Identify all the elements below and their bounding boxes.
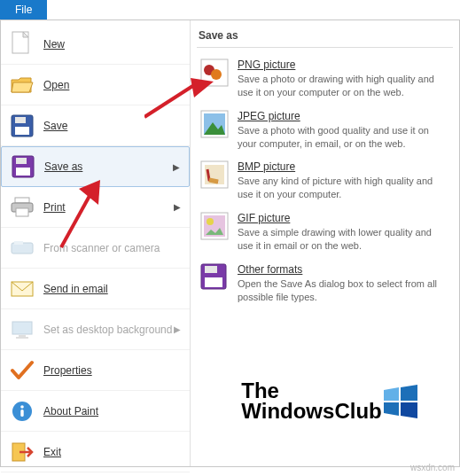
svg-rect-6 xyxy=(16,158,27,164)
floppy-save-as-icon xyxy=(200,263,229,292)
windows-logo-icon xyxy=(384,385,417,418)
scanner-icon xyxy=(10,236,35,261)
svg-point-31 xyxy=(207,218,214,225)
tab-bar: File xyxy=(0,0,460,20)
file-menu-panel: New Open Save Save as ▶ Print xyxy=(0,20,460,467)
menu-label: Open xyxy=(43,79,69,91)
gif-format-item[interactable]: GIF picture Save a simple drawing with l… xyxy=(197,207,453,258)
about-menu-item[interactable]: About Paint xyxy=(1,391,190,432)
chevron-right-icon: ▶ xyxy=(174,324,181,334)
format-title: Other formats xyxy=(238,263,449,276)
set-desktop-bg-menu-item: Set as desktop background ▶ xyxy=(1,309,190,350)
gif-picture-icon xyxy=(200,212,229,240)
svg-rect-3 xyxy=(15,117,26,123)
save-as-menu-item[interactable]: Save as ▶ xyxy=(1,146,190,187)
svg-rect-16 xyxy=(16,337,28,339)
png-format-item[interactable]: PNG picture Save a photo or drawing with… xyxy=(197,53,453,105)
desktop-bg-icon xyxy=(10,317,35,342)
format-desc: Open the Save As dialog box to select fr… xyxy=(238,277,449,304)
exit-icon xyxy=(10,440,35,464)
menu-label: Save xyxy=(43,120,67,132)
menu-label: Save as xyxy=(44,160,82,173)
chevron-right-icon: ▶ xyxy=(173,162,180,172)
floppy-save-as-icon xyxy=(11,154,35,179)
svg-rect-34 xyxy=(205,277,222,287)
format-desc: Save a photo or drawing with high qualit… xyxy=(238,73,449,99)
save-as-submenu: Save as PNG picture Save a photo or draw… xyxy=(191,20,459,466)
svg-rect-15 xyxy=(19,335,26,337)
floppy-save-icon xyxy=(10,113,35,138)
svg-point-23 xyxy=(211,69,222,80)
bmp-format-item[interactable]: BMP picture Save any kind of picture wit… xyxy=(197,155,453,207)
format-desc: Save a photo with good quality and use i… xyxy=(238,124,449,151)
file-tab[interactable]: File xyxy=(0,0,47,20)
jpeg-format-item[interactable]: JPEG picture Save a photo with good qual… xyxy=(197,105,453,156)
format-desc: Save any kind of picture with high quali… xyxy=(238,175,449,201)
svg-marker-37 xyxy=(384,402,399,416)
checkmark-icon xyxy=(10,358,35,383)
envelope-icon xyxy=(10,277,35,301)
logo-text: The WindowsClub xyxy=(241,381,381,422)
save-menu-item[interactable]: Save xyxy=(1,105,190,146)
file-menu-list: New Open Save Save as ▶ Print xyxy=(1,20,191,466)
svg-rect-19 xyxy=(20,410,23,417)
png-picture-icon xyxy=(200,59,229,87)
svg-marker-36 xyxy=(401,385,417,401)
menu-label: From scanner or camera xyxy=(43,242,160,254)
format-title: BMP picture xyxy=(238,160,449,173)
info-icon xyxy=(10,399,35,424)
print-menu-item[interactable]: Print ▶ xyxy=(1,187,190,228)
menu-label: New xyxy=(43,38,65,51)
svg-rect-33 xyxy=(205,266,217,273)
svg-rect-10 xyxy=(16,208,28,216)
format-title: JPEG picture xyxy=(238,110,449,122)
svg-rect-14 xyxy=(12,322,32,334)
menu-label: Exit xyxy=(43,446,61,458)
send-email-menu-item[interactable]: Send in email xyxy=(1,269,190,309)
open-menu-item[interactable]: Open xyxy=(1,65,190,105)
svg-rect-7 xyxy=(16,168,30,176)
format-title: PNG picture xyxy=(238,59,449,71)
svg-marker-35 xyxy=(384,387,399,401)
submenu-title: Save as xyxy=(197,26,453,48)
chevron-right-icon: ▶ xyxy=(174,202,181,212)
menu-label: Properties xyxy=(43,364,92,377)
menu-label: About Paint xyxy=(43,405,98,417)
jpeg-picture-icon xyxy=(200,110,229,138)
svg-marker-38 xyxy=(401,402,417,418)
other-formats-item[interactable]: Other formats Open the Save As dialog bo… xyxy=(197,258,453,309)
bmp-picture-icon xyxy=(200,160,229,189)
new-document-icon xyxy=(10,32,35,57)
svg-rect-12 xyxy=(14,241,23,245)
format-title: GIF picture xyxy=(238,212,449,224)
menu-label: Set as desktop background xyxy=(43,324,172,336)
svg-rect-8 xyxy=(15,198,29,203)
folder-open-icon xyxy=(10,73,35,98)
windowsclub-logo: The WindowsClub xyxy=(217,381,441,422)
exit-menu-item[interactable]: Exit xyxy=(1,432,190,472)
printer-icon xyxy=(10,195,35,220)
menu-label: Send in email xyxy=(43,283,108,295)
new-menu-item[interactable]: New xyxy=(1,24,190,65)
format-desc: Save a simple drawing with lower quality… xyxy=(238,226,449,253)
svg-rect-4 xyxy=(15,127,29,135)
watermark: wsxdn.com xyxy=(410,463,455,472)
properties-menu-item[interactable]: Properties xyxy=(1,350,190,391)
from-scanner-menu-item: From scanner or camera xyxy=(1,228,190,269)
svg-point-18 xyxy=(20,405,24,409)
menu-label: Print xyxy=(43,201,66,214)
